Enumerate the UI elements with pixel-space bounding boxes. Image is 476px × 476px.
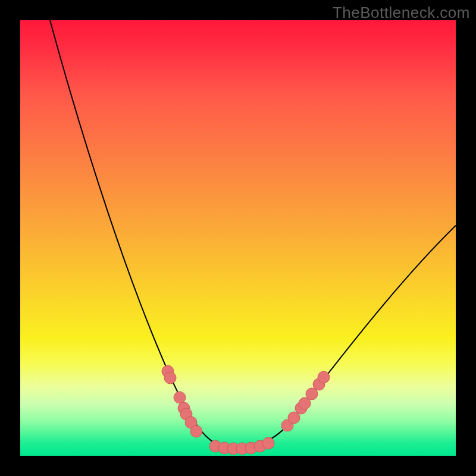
bottleneck-curve — [50, 20, 456, 448]
data-marker — [164, 372, 176, 384]
markers-group — [162, 365, 330, 455]
chart-svg — [20, 20, 456, 456]
curve-group — [50, 20, 456, 448]
plot-area — [20, 20, 456, 456]
watermark-text: TheBottleneck.com — [333, 4, 470, 22]
data-marker — [262, 437, 274, 449]
data-marker — [174, 392, 186, 403]
data-marker — [318, 371, 330, 383]
data-marker — [190, 425, 202, 437]
chart-frame: TheBottleneck.com — [0, 0, 476, 476]
